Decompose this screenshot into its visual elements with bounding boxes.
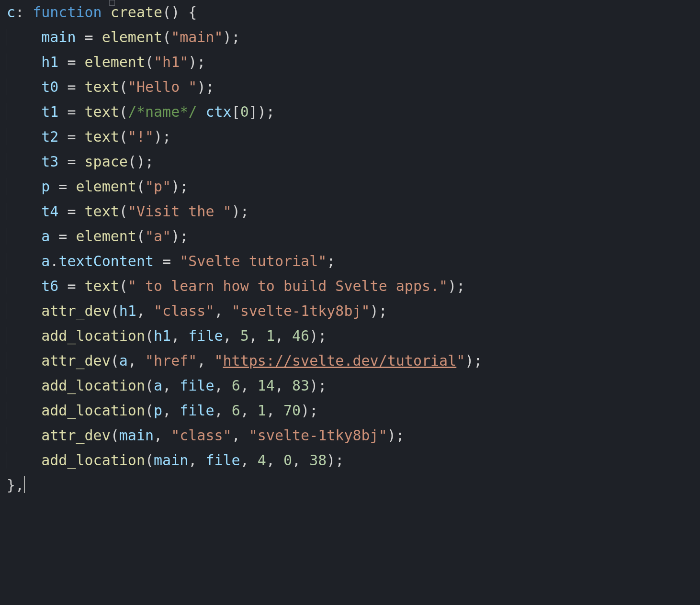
code-line: t0 = text("Hello "); — [7, 78, 215, 95]
code-line: add_location(h1, file, 5, 1, 46); — [7, 327, 327, 344]
code-line: attr_dev(a, "href", "https://svelte.dev/… — [7, 352, 482, 369]
code-line: attr_dev(main, "class", "svelte-1tky8bj"… — [7, 427, 405, 444]
text-cursor — [24, 476, 25, 493]
code-line: t4 = text("Visit the "); — [7, 203, 249, 220]
code-line: add_location(p, file, 6, 1, 70); — [7, 402, 318, 419]
code-line: attr_dev(h1, "class", "svelte-1tky8bj"); — [7, 302, 387, 319]
token-keyword: function — [33, 4, 102, 21]
code-line: c: function create() { — [7, 4, 197, 21]
code-line: add_location(a, file, 6, 14, 83); — [7, 377, 327, 394]
code-line: p = element("p"); — [7, 178, 188, 195]
code-editor[interactable]: c: function create() { main = element("m… — [0, 0, 700, 498]
code-line: a = element("a"); — [7, 228, 188, 245]
code-line: main = element("main"); — [7, 29, 240, 45]
code-line: t2 = text("!"); — [7, 128, 171, 145]
token-url: https://svelte.dev/tutorial — [223, 352, 457, 369]
code-line: }, — [7, 477, 25, 493]
code-line: add_location(main, file, 4, 0, 38); — [7, 452, 344, 469]
code-line: t3 = space(); — [7, 153, 154, 170]
token-function-name: create — [111, 4, 162, 21]
code-line: h1 = element("h1"); — [7, 54, 205, 70]
code-line: a.textContent = "Svelte tutorial"; — [7, 253, 335, 269]
token-property: c — [7, 4, 15, 21]
code-line: t6 = text(" to learn how to build Svelte… — [7, 278, 465, 294]
code-line: t1 = text(/*name*/ ctx[0]); — [7, 103, 275, 120]
